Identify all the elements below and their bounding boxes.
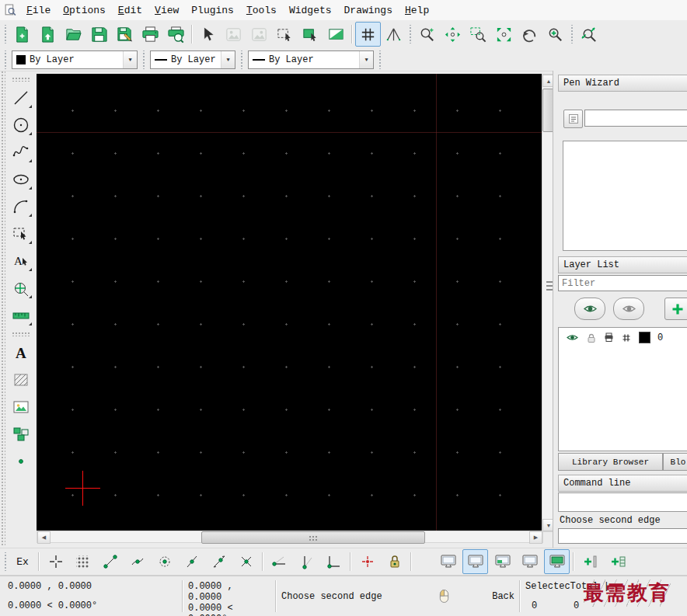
snap-middle-button[interactable]	[179, 549, 204, 574]
menu-options[interactable]: Options	[57, 2, 112, 19]
dropdown-arrow-icon[interactable]: ▼	[123, 51, 137, 68]
layer-row[interactable]: 0	[559, 328, 687, 347]
toolbar-grip[interactable]	[408, 25, 413, 44]
menu-tools[interactable]: Tools	[240, 2, 283, 19]
isometric-grid-button[interactable]	[381, 22, 406, 47]
zoom-out-button[interactable]	[576, 22, 602, 47]
show-all-layers-button[interactable]	[574, 298, 605, 320]
snap-grid-button[interactable]	[70, 549, 96, 574]
pen-wizard-list[interactable]	[563, 141, 687, 251]
mtext-tool-button[interactable]: A	[8, 340, 34, 365]
save-as-button[interactable]	[112, 22, 138, 47]
lock-relative-zero-button[interactable]	[382, 549, 407, 574]
snap-on-entity-button[interactable]	[124, 549, 150, 574]
new-drawing-button[interactable]	[9, 22, 35, 47]
hide-all-layers-button[interactable]	[613, 298, 644, 320]
open-drawing-button[interactable]	[61, 22, 86, 47]
menu-plugins[interactable]: Plugins	[185, 2, 240, 19]
new-from-template-button[interactable]	[35, 22, 61, 47]
layer-filter-input[interactable]	[558, 275, 687, 291]
print-button[interactable]	[138, 22, 163, 47]
select-tool-button[interactable]	[8, 221, 34, 246]
horizontal-scroll-thumb[interactable]	[201, 531, 425, 544]
zoom-in-button[interactable]	[542, 22, 568, 47]
pen-linetype-combo[interactable]: By Layer ▼	[248, 50, 374, 69]
layer-list-box[interactable]: 0	[558, 327, 687, 451]
block-tool-button[interactable]	[8, 422, 34, 447]
workspace-toggle-2-button[interactable]	[462, 549, 488, 574]
layer-print-icon[interactable]	[604, 332, 614, 343]
line-tool-button[interactable]	[8, 85, 34, 110]
workspace-toggle-4-button[interactable]	[517, 549, 542, 574]
restrict-horizontal-button[interactable]	[267, 549, 292, 574]
command-line-title[interactable]: Command line	[558, 475, 687, 492]
set-relative-zero-button[interactable]	[354, 549, 380, 574]
layer-visible-icon[interactable]	[566, 332, 579, 343]
command-history[interactable]	[558, 492, 687, 512]
dock-grip[interactable]	[0, 71, 5, 546]
toolbar-grip[interactable]	[3, 50, 8, 69]
spline-tool-button[interactable]	[8, 140, 34, 165]
workspace-toggle-1-button[interactable]	[435, 549, 461, 574]
snap-intersection-button[interactable]	[233, 549, 259, 574]
drawing-canvas[interactable]	[37, 74, 542, 531]
menu-edit[interactable]: Edit	[112, 2, 148, 19]
command-line-input[interactable]	[558, 528, 687, 544]
add-guide-block-button[interactable]	[605, 549, 630, 574]
image-tool-button[interactable]	[8, 395, 34, 419]
hatch-tool-button[interactable]	[8, 367, 34, 392]
save-drawing-button[interactable]	[86, 22, 112, 47]
toolbar-grip[interactable]	[3, 552, 8, 571]
add-layer-button[interactable]	[664, 298, 687, 320]
menu-view[interactable]: View	[148, 2, 185, 19]
auto-zoom-button[interactable]	[491, 22, 517, 47]
snap-endpoint-button[interactable]	[97, 549, 123, 574]
snap-free-button[interactable]	[43, 549, 68, 574]
dropdown-arrow-icon[interactable]: ▼	[221, 51, 235, 68]
splitter-handle[interactable]	[546, 281, 553, 293]
pen-color-combo[interactable]: By Layer ▼	[12, 50, 138, 69]
text-leader-tool-button[interactable]: A	[8, 249, 34, 273]
zoom-window-button[interactable]	[466, 22, 491, 47]
tab-block-list[interactable]: Blo	[663, 453, 687, 471]
snap-center-button[interactable]	[152, 549, 177, 574]
snap-distance-button[interactable]	[206, 549, 232, 574]
canvas-horizontal-scrollbar[interactable]: ◀ ▶	[37, 531, 543, 543]
pen-width-combo[interactable]: By Layer ▼	[150, 50, 235, 69]
deselect-window-button[interactable]	[272, 22, 298, 47]
dropdown-arrow-icon[interactable]: ▼	[359, 51, 373, 68]
layer-list-title[interactable]: Layer List	[558, 256, 687, 273]
add-guide-line-button[interactable]	[577, 549, 603, 574]
ellipse-tool-button[interactable]	[8, 167, 34, 192]
pen-wizard-title[interactable]: Pen Wizard	[558, 75, 687, 92]
toolbar-grip[interactable]	[570, 25, 574, 44]
scroll-left-button[interactable]: ◀	[37, 531, 51, 544]
point-tool-button[interactable]	[8, 449, 34, 474]
toolbar-grip[interactable]	[141, 50, 146, 69]
pen-wizard-menu-button[interactable]	[563, 110, 583, 128]
invert-selection-button[interactable]	[323, 22, 349, 47]
dimension-tool-button[interactable]	[8, 303, 34, 328]
scroll-right-button[interactable]: ▶	[529, 531, 542, 544]
menu-file[interactable]: File	[20, 2, 57, 19]
previous-view-button[interactable]	[517, 22, 542, 47]
restrict-vertical-button[interactable]	[294, 549, 319, 574]
exclusive-snap-button[interactable]: Ex	[10, 549, 35, 574]
circle-tool-button[interactable]	[8, 113, 34, 137]
toolbar-grip[interactable]	[3, 25, 8, 44]
print-preview-button[interactable]	[163, 22, 189, 47]
restrict-orthogonal-button[interactable]	[321, 549, 347, 574]
toolbar-grip[interactable]	[12, 77, 30, 82]
layer-color-swatch[interactable]	[639, 332, 650, 343]
menu-help[interactable]: Help	[399, 2, 435, 19]
move-rotate-tool-button[interactable]	[8, 276, 34, 301]
menu-drawings[interactable]: Drawings	[338, 2, 399, 19]
layer-name[interactable]: 0	[657, 332, 663, 343]
grid-toggle-button[interactable]	[355, 22, 381, 47]
layer-lock-icon[interactable]	[586, 332, 597, 343]
tab-library-browser[interactable]: Library Browser	[558, 453, 663, 471]
workspace-toggle-3-button[interactable]	[490, 549, 515, 574]
layer-construction-icon[interactable]	[621, 332, 632, 343]
select-pointer-button[interactable]	[195, 22, 221, 47]
toolbar-grip[interactable]	[378, 50, 382, 69]
